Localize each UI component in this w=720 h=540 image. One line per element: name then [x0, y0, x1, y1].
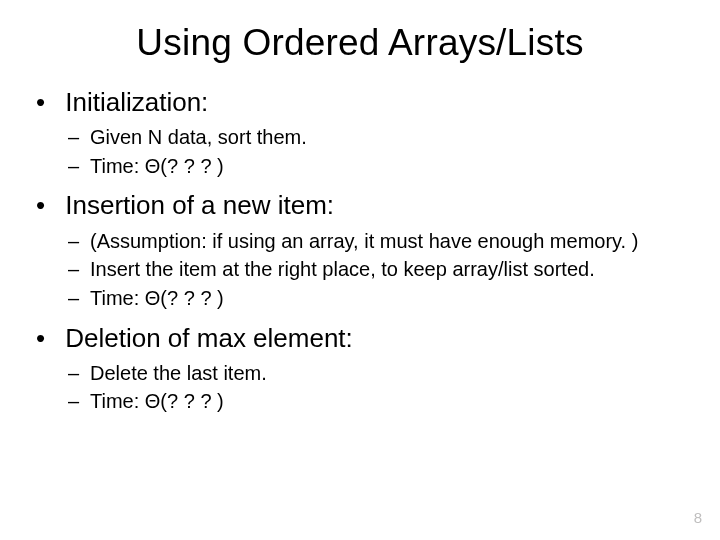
bullet-text: Insertion of a new item: [65, 190, 334, 220]
sub-bullet-text: Time: Θ(? ? ? ) [90, 390, 224, 412]
sub-bullet-item: Delete the last item. [72, 361, 690, 387]
sub-bullet-item: Insert the item at the right place, to k… [72, 257, 690, 283]
sub-bullet-item: Time: Θ(? ? ? ) [72, 389, 690, 415]
sub-bullet-text: Insert the item at the right place, to k… [90, 258, 595, 280]
sub-list: Given N data, sort them. Time: Θ(? ? ? ) [38, 125, 690, 179]
sub-bullet-item: Time: Θ(? ? ? ) [72, 286, 690, 312]
bullet-item: Insertion of a new item: (Assumption: if… [38, 189, 690, 311]
sub-list: Delete the last item. Time: Θ(? ? ? ) [38, 361, 690, 415]
bullet-text: Deletion of max element: [65, 323, 353, 353]
bullet-item: Deletion of max element: Delete the last… [38, 322, 690, 415]
bullet-list: Initialization: Given N data, sort them.… [30, 86, 690, 415]
sub-bullet-text: Delete the last item. [90, 362, 267, 384]
sub-bullet-text: Time: Θ(? ? ? ) [90, 155, 224, 177]
slide: Using Ordered Arrays/Lists Initializatio… [0, 0, 720, 540]
sub-bullet-text: Time: Θ(? ? ? ) [90, 287, 224, 309]
bullet-item: Initialization: Given N data, sort them.… [38, 86, 690, 179]
page-number: 8 [694, 509, 702, 526]
sub-bullet-item: (Assumption: if using an array, it must … [72, 229, 690, 255]
sub-list: (Assumption: if using an array, it must … [38, 229, 690, 312]
sub-bullet-text: (Assumption: if using an array, it must … [90, 230, 638, 252]
sub-bullet-item: Given N data, sort them. [72, 125, 690, 151]
sub-bullet-item: Time: Θ(? ? ? ) [72, 154, 690, 180]
slide-title: Using Ordered Arrays/Lists [30, 22, 690, 64]
bullet-text: Initialization: [65, 87, 208, 117]
sub-bullet-text: Given N data, sort them. [90, 126, 307, 148]
